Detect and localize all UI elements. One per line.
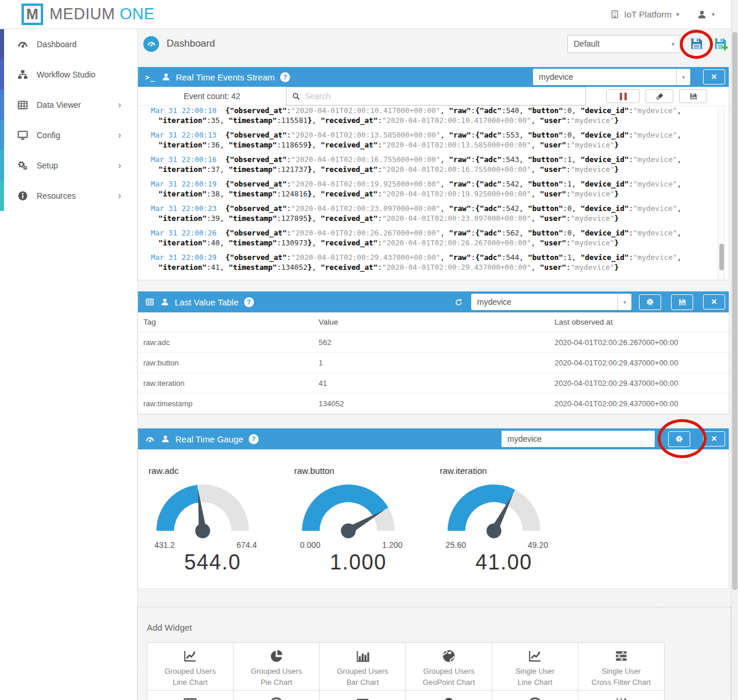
log-scrollbar[interactable] xyxy=(718,106,725,280)
widget-tile-partial[interactable] xyxy=(233,690,320,700)
gauge-device-input[interactable] xyxy=(502,431,655,447)
lvt-device-select[interactable]: mydevice ▾ xyxy=(471,294,631,310)
lvt-settings-button[interactable] xyxy=(639,294,661,310)
sidebar-accent-strip xyxy=(0,181,4,211)
widget-tile-single-user-line-chart[interactable]: Single UserLine Chart xyxy=(492,642,578,691)
gauge-value: 41.00 xyxy=(439,550,555,575)
clear-stream-button[interactable] xyxy=(645,89,673,103)
sidebar-item-data-viewer[interactable]: Data Viewer› xyxy=(0,90,137,120)
cell-last-observed: 2020-04-01T02:00:29.437000+00:00 xyxy=(555,399,729,408)
table-row: raw:iteration412020-04-01T02:00:29.43700… xyxy=(138,373,729,393)
events-widget-header: >_ Real Time Events Stream ? mydevice ▾ … xyxy=(138,67,729,87)
user-icon xyxy=(697,9,707,20)
widget-tile-grouped-users-pie-chart[interactable]: Grouped UsersPie Chart xyxy=(233,642,320,691)
widget-tile-grouped-users-geopoint-chart[interactable]: Grouped UsersGeoPoint Chart xyxy=(405,642,492,691)
logo-mark: M xyxy=(22,3,43,25)
widget-tile-partial[interactable] xyxy=(147,690,234,700)
lvt-widget-title: Last Value Table xyxy=(175,297,239,307)
widget-tile-single-user-cross-filter-chart[interactable]: Single UserCross Filter Chart xyxy=(578,642,665,691)
widget-tile-grid: Grouped UsersLine ChartGrouped UsersPie … xyxy=(147,642,671,700)
event-log-entry: Mar 31 22:00:19 {"observed_at":"2020-04-… xyxy=(151,180,705,199)
sidebar: DashboardWorkflow StudioData Viewer›Conf… xyxy=(0,29,137,700)
chevron-right-icon: › xyxy=(118,100,121,110)
event-log-entry: Mar 31 22:00:13 {"observed_at":"2020-04-… xyxy=(151,131,705,150)
save-stream-button[interactable] xyxy=(679,89,707,103)
candle-icon xyxy=(613,696,629,700)
chevron-right-icon: › xyxy=(118,130,121,140)
chevron-down-icon: ▾ xyxy=(676,69,690,85)
save-as-new-dashboard-icon[interactable] xyxy=(713,36,728,51)
help-icon[interactable]: ? xyxy=(244,297,254,307)
sidebar-item-config[interactable]: Config› xyxy=(0,120,137,150)
lvt-save-button[interactable] xyxy=(671,294,693,310)
gauge-widget-title: Real Time Gauge xyxy=(175,434,243,444)
gauge-max: 49.20 xyxy=(528,540,548,550)
last-value-table-widget: Last Value Table ? mydevice ▾ × Tag Valu… xyxy=(137,291,729,414)
refresh-icon[interactable] xyxy=(454,298,463,307)
pause-stream-button[interactable] xyxy=(606,89,640,103)
gauge-icon xyxy=(17,38,30,50)
sidebar-item-resources[interactable]: Resources› xyxy=(0,181,137,211)
gauge-label: raw.adc xyxy=(149,466,264,476)
gauge-value: 1.000 xyxy=(293,550,409,575)
tile-label-line1: Grouped Users xyxy=(164,666,216,677)
sidebar-item-workflow-studio[interactable]: Workflow Studio xyxy=(0,59,137,90)
lvt-device-value: mydevice xyxy=(471,297,617,307)
main-content: Dashboard Default ▾ >_ Real Time Events … xyxy=(137,29,731,700)
user-menu[interactable]: ▾ xyxy=(697,9,715,20)
sidebar-item-setup[interactable]: Setup› xyxy=(0,150,137,181)
gauge-label: raw.iteration xyxy=(440,466,555,476)
event-log-entry: Mar 31 22:00:10 {"observed_at":"2020-04-… xyxy=(151,106,705,125)
event-log-entry: Mar 31 22:00:16 {"observed_at":"2020-04-… xyxy=(151,155,705,174)
cell-last-observed: 2020-04-01T02:00:29.437000+00:00 xyxy=(555,379,729,388)
sidebar-item-label: Data Viewer xyxy=(37,100,81,110)
globe-icon xyxy=(441,648,457,664)
widget-tile-partial[interactable] xyxy=(405,690,492,700)
save-dashboard-icon[interactable] xyxy=(689,36,704,51)
page-scrollbar[interactable] xyxy=(731,0,738,700)
log-scrollbar-thumb[interactable] xyxy=(719,244,724,270)
pieChart-icon xyxy=(269,648,284,664)
crossFilter-icon xyxy=(613,648,629,664)
sidebar-accent-strip xyxy=(0,59,4,90)
help-icon[interactable]: ? xyxy=(280,72,290,82)
workspace-label: IoT Platform xyxy=(624,9,672,19)
pause-icon xyxy=(624,93,627,100)
events-search-input[interactable] xyxy=(305,92,585,101)
dashboard-select[interactable]: Default ▾ xyxy=(567,35,680,53)
gauge-settings-button[interactable] xyxy=(668,431,690,447)
widget-tile-grouped-users-line-chart[interactable]: Grouped UsersLine Chart xyxy=(147,642,234,691)
help-icon[interactable]: ? xyxy=(249,434,259,444)
events-device-select[interactable]: mydevice ▾ xyxy=(533,69,690,85)
app: M MEDIUM ONE IoT Platform ▾ ▾ DashboardW… xyxy=(0,0,738,700)
workspace-menu[interactable]: IoT Platform ▾ xyxy=(610,9,679,19)
lvt-close-button[interactable]: × xyxy=(703,294,725,309)
gauge-widget-header: Real Time Gauge ? × xyxy=(138,428,729,449)
widget-tile-partial[interactable] xyxy=(492,690,578,700)
lineChart-icon xyxy=(527,648,543,664)
chevron-down-icon: ▾ xyxy=(672,41,675,47)
page-scrollbar-thumb[interactable] xyxy=(732,32,737,590)
clock-icon xyxy=(527,696,543,700)
gauge-icon xyxy=(145,434,155,444)
gauge-max: 1.200 xyxy=(382,540,402,550)
events-device-value: mydevice xyxy=(533,72,676,82)
chevron-down-icon: ▾ xyxy=(617,294,631,310)
sidebar-item-dashboard[interactable]: Dashboard xyxy=(0,29,137,59)
widget-tile-grouped-users-bar-chart[interactable]: Grouped UsersBar Chart xyxy=(319,642,406,691)
events-close-button[interactable]: × xyxy=(703,69,725,85)
widget-tile-partial[interactable] xyxy=(319,690,406,700)
gauge-close-button[interactable]: × xyxy=(703,431,725,446)
gauge-label: raw.button xyxy=(294,466,409,476)
cell-last-observed: 2020-04-01T02:00:26.267000+00:00 xyxy=(555,338,729,347)
cell-value: 1 xyxy=(319,358,555,367)
tile-label-line1: Grouped Users xyxy=(250,666,302,677)
widget-tile-partial[interactable] xyxy=(578,690,665,700)
sidebar-accent-strip xyxy=(0,150,4,181)
gauge-dial xyxy=(147,477,258,539)
table-icon xyxy=(17,99,30,111)
cell-tag: raw:adc xyxy=(138,338,319,347)
tile-label-line2: Bar Chart xyxy=(347,677,379,688)
events-log[interactable]: Mar 31 22:00:10 {"observed_at":"2020-04-… xyxy=(138,106,729,280)
gauge-min: 0.000 xyxy=(300,540,320,550)
